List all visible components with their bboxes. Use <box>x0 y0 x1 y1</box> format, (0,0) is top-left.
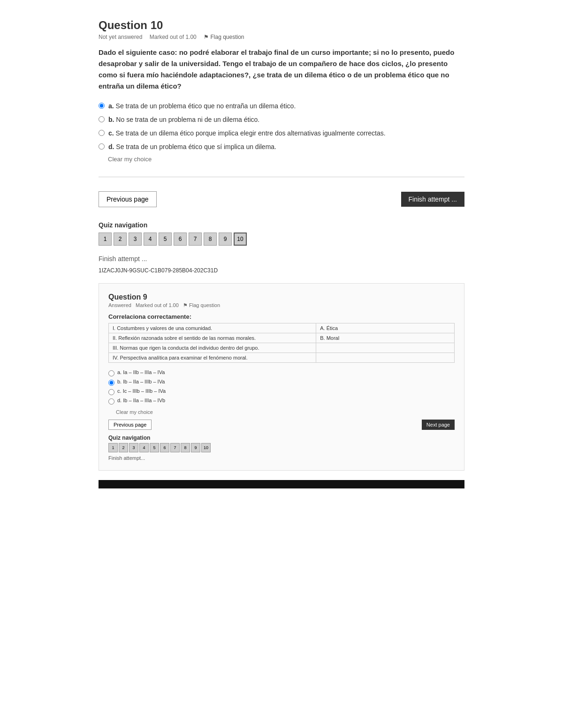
nested-option-b[interactable]: b. Ib – IIa – IIIb – IVa <box>108 379 455 386</box>
correlation-table: I. Costumbres y valores de una comunidad… <box>108 323 455 363</box>
finish-attempt-link[interactable]: Finish attempt ... <box>99 255 464 263</box>
question-text: Dado el siguiente caso: no podré elabora… <box>99 47 464 92</box>
nested-option-d[interactable]: d. Ib – IIa – IIIa – IVb <box>108 398 455 405</box>
answer-option-a[interactable]: a. Se trata de un problema ético que no … <box>99 101 464 111</box>
quiz-nav-btn-10[interactable]: 10 <box>234 233 247 246</box>
table-cell-left-1: I. Costumbres y valores de una comunidad… <box>109 323 316 333</box>
nested-nav-7[interactable]: 7 <box>170 443 180 452</box>
table-cell-right-4 <box>316 353 455 363</box>
question-9-nested-section: Question 9 Answered Marked out of 1.00 ⚑… <box>99 283 464 471</box>
quiz-nav-btn-3[interactable]: 3 <box>129 233 142 246</box>
table-row: IV. Perspectiva analítica para examinar … <box>109 353 455 363</box>
question-10-section: Question 10 Not yet answered Marked out … <box>99 19 464 163</box>
nested-nav-8[interactable]: 8 <box>181 443 190 452</box>
finish-attempt-button[interactable]: Finish attempt ... <box>401 192 464 207</box>
radio-b[interactable] <box>99 116 105 122</box>
table-cell-right-2: B. Moral <box>316 333 455 343</box>
nested-radio-b[interactable] <box>108 380 114 386</box>
table-cell-left-3: III. Normas que rigen la conducta del in… <box>109 343 316 353</box>
nested-quiz-nav-buttons: 1 2 3 4 5 6 7 8 9 10 <box>108 443 455 452</box>
url-bar: 1IZACJ0JN-9GSUC-C1B079-285B04-202C31D <box>99 267 464 274</box>
nested-option-a[interactable]: a. Ia – IIb – IIIa – IVa <box>108 369 455 376</box>
radio-c[interactable] <box>99 130 105 136</box>
nested-clear-choice[interactable]: Clear my choice <box>116 409 455 415</box>
nested-radio-a[interactable] <box>108 370 114 376</box>
nested-status: Answered <box>108 302 131 308</box>
answer-option-b[interactable]: b. No se trata de un problema ni de un d… <box>99 115 464 125</box>
nested-nav-2[interactable]: 2 <box>119 443 128 452</box>
nested-corr-title: Correlaciona correctamente: <box>108 313 455 320</box>
flag-question-link[interactable]: ⚑ Flag question <box>204 34 244 40</box>
nested-quiz-nav-title: Quiz navigation <box>108 435 455 441</box>
nested-marked: Marked out of 1.00 <box>136 302 179 308</box>
nested-nav-4[interactable]: 4 <box>139 443 149 452</box>
answer-options: a. Se trata de un problema ético que no … <box>99 101 464 163</box>
nested-nav-10[interactable]: 10 <box>201 443 211 452</box>
nested-label-a: a. Ia – IIb – IIIa – IVa <box>117 369 165 375</box>
question-status: Not yet answered <box>99 34 142 40</box>
answer-label-c: c. Se trata de un dilema ético porque im… <box>108 128 386 138</box>
black-bar <box>99 480 464 488</box>
nested-question-title: Question 9 <box>108 293 455 301</box>
nested-option-c[interactable]: c. Ic – IIIb – IIIb – IVa <box>108 388 455 395</box>
table-cell-left-4: IV. Perspectiva analítica para examinar … <box>109 353 316 363</box>
nested-label-d: d. Ib – IIa – IIIa – IVb <box>117 398 165 403</box>
nested-prev-button[interactable]: Previous page <box>108 420 152 430</box>
nested-label-c: c. Ic – IIIb – IIIb – IVa <box>117 388 166 394</box>
table-row: III. Normas que rigen la conducta del in… <box>109 343 455 353</box>
nested-radio-d[interactable] <box>108 398 114 405</box>
quiz-nav-btn-5[interactable]: 5 <box>159 233 172 246</box>
navigation-buttons: Previous page Finish attempt ... <box>99 191 464 207</box>
nested-question-meta: Answered Marked out of 1.00 ⚑ Flag quest… <box>108 302 455 308</box>
section-divider <box>99 177 464 177</box>
nested-flag[interactable]: ⚑ Flag question <box>183 302 220 308</box>
radio-d[interactable] <box>99 143 105 150</box>
nested-nav-5[interactable]: 5 <box>150 443 159 452</box>
quiz-nav-btn-4[interactable]: 4 <box>144 233 157 246</box>
table-cell-right-3 <box>316 343 455 353</box>
radio-a[interactable] <box>99 103 105 109</box>
answer-label-b: b. No se trata de un problema ni de un d… <box>108 115 259 125</box>
table-row: II. Reflexión razonada sobre el sentido … <box>109 333 455 343</box>
nested-nav-1[interactable]: 1 <box>108 443 118 452</box>
quiz-navigation-title: Quiz navigation <box>99 221 464 229</box>
nested-label-b: b. Ib – IIa – IIIb – IVa <box>117 379 165 384</box>
clear-choice[interactable]: Clear my choice <box>108 156 464 163</box>
answer-label-a: a. Se trata de un problema ético que no … <box>108 101 296 111</box>
nested-answer-options: a. Ia – IIb – IIIa – IVa b. Ib – IIa – I… <box>108 369 455 405</box>
nested-nav-3[interactable]: 3 <box>129 443 138 452</box>
previous-page-button[interactable]: Previous page <box>99 191 157 207</box>
question-title: Question 10 <box>99 19 464 32</box>
answer-option-c[interactable]: c. Se trata de un dilema ético porque im… <box>99 128 464 138</box>
answer-label-d: d. Se trata de un problema ético que sí … <box>108 142 276 152</box>
question-marked: Marked out of 1.00 <box>150 34 197 40</box>
nested-nav-buttons: Previous page Next page <box>108 420 455 430</box>
nested-radio-c[interactable] <box>108 389 114 395</box>
quiz-nav-btn-6[interactable]: 6 <box>174 233 187 246</box>
nested-nav-9[interactable]: 9 <box>191 443 200 452</box>
nested-nav-6[interactable]: 6 <box>160 443 169 452</box>
answer-option-d[interactable]: d. Se trata de un problema ético que sí … <box>99 142 464 152</box>
quiz-nav-buttons: 1 2 3 4 5 6 7 8 9 10 <box>99 233 464 246</box>
quiz-nav-btn-9[interactable]: 9 <box>219 233 232 246</box>
nested-finish-link[interactable]: Finish attempt... <box>108 455 455 461</box>
quiz-navigation: Quiz navigation 1 2 3 4 5 6 7 8 9 10 <box>99 221 464 246</box>
table-cell-right-1: A. Ética <box>316 323 455 333</box>
quiz-nav-btn-7[interactable]: 7 <box>189 233 202 246</box>
question-meta: Not yet answered Marked out of 1.00 ⚑ Fl… <box>99 34 464 40</box>
nested-next-button[interactable]: Next page <box>422 420 455 430</box>
table-cell-left-2: II. Reflexión razonada sobre el sentido … <box>109 333 316 343</box>
table-row: I. Costumbres y valores de una comunidad… <box>109 323 455 333</box>
quiz-nav-btn-2[interactable]: 2 <box>114 233 127 246</box>
quiz-nav-btn-8[interactable]: 8 <box>204 233 217 246</box>
quiz-nav-btn-1[interactable]: 1 <box>99 233 112 246</box>
